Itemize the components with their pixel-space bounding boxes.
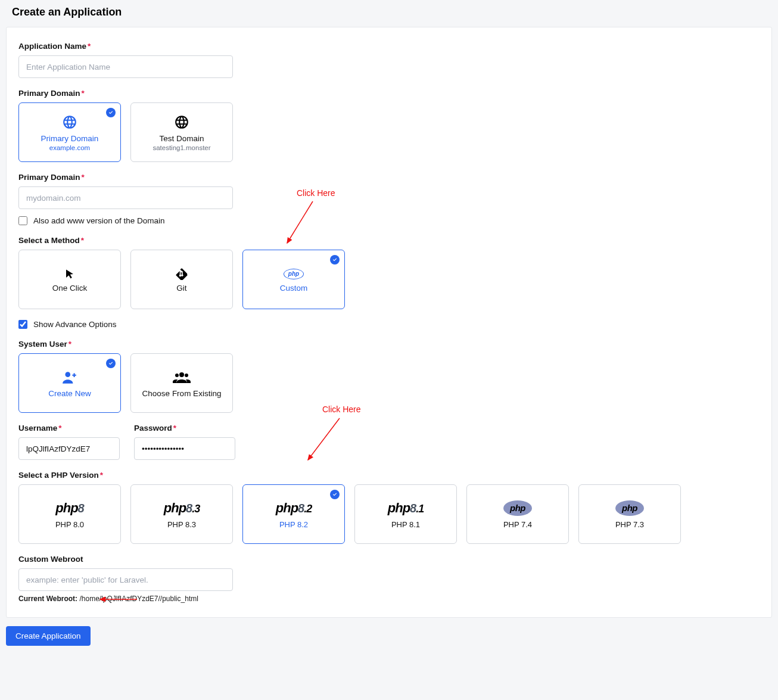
php-logo-icon: php8.3 bbox=[164, 500, 200, 517]
users-icon bbox=[173, 369, 191, 385]
php-card-title: PHP 7.3 bbox=[615, 520, 644, 529]
domain-card-title: Primary Domain bbox=[41, 134, 99, 143]
php-card-73[interactable]: php PHP 7.3 bbox=[578, 484, 681, 544]
check-icon bbox=[106, 108, 116, 117]
method-card-title: Custom bbox=[280, 284, 308, 293]
page-title: Create an Application bbox=[0, 0, 778, 27]
php-card-title: PHP 8.0 bbox=[55, 520, 84, 529]
php-card-title: PHP 8.2 bbox=[279, 520, 308, 529]
domain-card-sub: satesting1.monster bbox=[153, 144, 210, 151]
webroot-label: Custom Webroot bbox=[18, 555, 760, 564]
check-icon bbox=[330, 490, 340, 499]
sysuser-card-create[interactable]: Create New bbox=[18, 353, 121, 413]
advanced-checkbox[interactable] bbox=[18, 320, 27, 329]
primary-domain-label: Primary Domain* bbox=[18, 89, 760, 98]
cursor-icon bbox=[64, 267, 75, 281]
www-checkbox[interactable] bbox=[18, 216, 27, 225]
php-card-81[interactable]: php8.1 PHP 8.1 bbox=[354, 484, 457, 544]
php-card-80[interactable]: php8 PHP 8.0 bbox=[18, 484, 121, 544]
sysuser-card-existing[interactable]: Choose From Existing bbox=[130, 353, 233, 413]
password-input[interactable] bbox=[134, 437, 235, 460]
svg-point-3 bbox=[185, 374, 188, 377]
method-card-custom[interactable]: php Custom bbox=[242, 250, 345, 309]
app-name-input[interactable] bbox=[18, 55, 233, 78]
domain-card-test[interactable]: Test Domain satesting1.monster bbox=[130, 102, 233, 162]
app-name-label: Application Name* bbox=[18, 42, 760, 51]
php-card-74[interactable]: php PHP 7.4 bbox=[466, 484, 569, 544]
check-icon bbox=[106, 359, 116, 368]
php-logo-icon: php8.2 bbox=[276, 500, 312, 517]
advanced-checkbox-label[interactable]: Show Advance Options bbox=[33, 320, 117, 329]
webroot-input[interactable] bbox=[18, 568, 233, 591]
domain-card-title: Test Domain bbox=[159, 134, 204, 143]
www-checkbox-label[interactable]: Also add www version of the Domain bbox=[33, 216, 165, 225]
check-icon bbox=[330, 255, 340, 265]
php-logo-icon: php bbox=[615, 500, 644, 517]
sysuser-card-title: Choose From Existing bbox=[142, 389, 222, 398]
php-logo-icon: php bbox=[503, 500, 532, 517]
php-card-title: PHP 7.4 bbox=[503, 520, 532, 529]
svg-point-2 bbox=[175, 374, 179, 377]
php-logo-icon: php8 bbox=[55, 500, 83, 517]
php-card-83[interactable]: php8.3 PHP 8.3 bbox=[130, 484, 233, 544]
webroot-note: Current Webroot: /home/lpQJlfIAzfDYzdE7/… bbox=[18, 595, 760, 603]
globe-icon bbox=[174, 114, 189, 130]
create-application-button[interactable]: Create Application bbox=[6, 626, 91, 646]
form-panel: Application Name* Primary Domain* Primar… bbox=[6, 27, 772, 618]
primary-domain-input-label: Primary Domain* bbox=[18, 173, 760, 182]
domain-card-sub: example.com bbox=[49, 144, 90, 151]
method-card-git[interactable]: Git bbox=[130, 250, 233, 309]
method-card-title: Git bbox=[176, 284, 186, 293]
svg-point-0 bbox=[65, 372, 70, 377]
svg-point-1 bbox=[179, 372, 184, 377]
php-card-title: PHP 8.1 bbox=[391, 520, 420, 529]
user-plus-icon bbox=[62, 369, 77, 385]
php-card-82[interactable]: php8.2 PHP 8.2 bbox=[242, 484, 345, 544]
password-label: Password* bbox=[134, 424, 235, 433]
method-label: Select a Method* bbox=[18, 236, 760, 245]
username-input[interactable] bbox=[18, 437, 120, 460]
git-icon bbox=[176, 267, 188, 281]
sysuser-card-title: Create New bbox=[48, 389, 91, 398]
php-icon: php bbox=[284, 267, 304, 281]
php-card-title: PHP 8.3 bbox=[167, 520, 196, 529]
php-version-label: Select a PHP Version* bbox=[18, 471, 760, 480]
system-user-label: System User* bbox=[18, 340, 760, 349]
primary-domain-input[interactable] bbox=[18, 186, 233, 209]
method-card-oneclick[interactable]: One Click bbox=[18, 250, 121, 309]
method-card-title: One Click bbox=[52, 284, 88, 293]
globe-icon bbox=[62, 114, 77, 130]
php-logo-icon: php8.1 bbox=[388, 500, 424, 517]
username-label: Username* bbox=[18, 424, 120, 433]
domain-card-primary[interactable]: Primary Domain example.com bbox=[18, 102, 121, 162]
